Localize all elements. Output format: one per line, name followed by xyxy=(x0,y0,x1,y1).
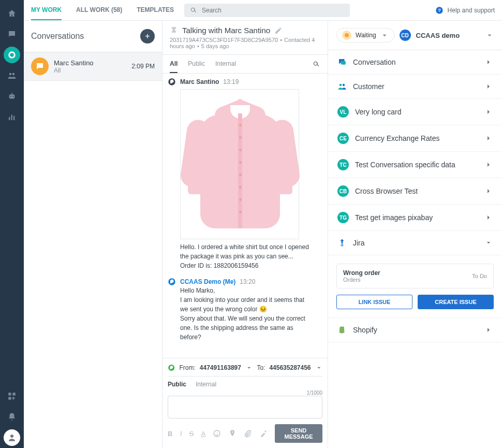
hourglass-icon xyxy=(170,26,178,35)
status-label: Waiting xyxy=(356,32,376,39)
chevron-right-icon xyxy=(484,187,493,195)
chevron-down-icon xyxy=(484,239,493,247)
help-icon[interactable]: ? xyxy=(435,6,444,15)
thread-search-icon[interactable] xyxy=(312,60,320,68)
help-link[interactable]: Help and support xyxy=(448,7,495,14)
to-number[interactable]: 445635287456 xyxy=(269,364,311,371)
chevron-right-icon xyxy=(484,326,493,334)
card-pixabay[interactable]: TG Test get images pixabay xyxy=(328,205,502,231)
agent-badge: CD xyxy=(400,30,411,41)
card-very-long[interactable]: VL Very long card xyxy=(328,99,502,125)
rail-home[interactable] xyxy=(4,5,20,22)
card-conversation[interactable]: Conversation xyxy=(328,50,502,75)
rail-apps[interactable] xyxy=(4,388,20,404)
card-shopify[interactable]: Shopify xyxy=(328,318,502,342)
emoji-button[interactable] xyxy=(213,429,221,438)
font-button[interactable]: A xyxy=(201,430,205,438)
italic-button[interactable]: I xyxy=(180,429,182,438)
whatsapp-icon xyxy=(168,78,176,86)
card-customer[interactable]: Customer xyxy=(328,75,502,99)
svg-point-1 xyxy=(12,73,15,76)
svg-point-4 xyxy=(12,96,13,97)
svg-point-21 xyxy=(339,84,342,86)
msg2-name: CCAAS Demo (Me) xyxy=(180,278,235,285)
filter-internal[interactable]: Internal xyxy=(215,55,236,73)
rail-notifications[interactable] xyxy=(4,409,20,425)
chevron-right-icon xyxy=(484,161,493,169)
chevron-right-icon xyxy=(484,134,493,142)
chat-title: Talking with Marc Santino xyxy=(182,26,270,35)
chevron-down-icon[interactable] xyxy=(485,31,494,39)
card-cross-browser[interactable]: CB Cross Browser Test xyxy=(328,178,502,205)
svg-point-12 xyxy=(10,435,13,438)
svg-rect-6 xyxy=(9,117,10,120)
from-chevron[interactable] xyxy=(245,364,253,372)
send-button[interactable]: SEND MESSAGE xyxy=(275,424,322,443)
rail-conversations[interactable] xyxy=(4,47,20,63)
search-box[interactable] xyxy=(184,4,350,17)
shopify-icon xyxy=(337,325,347,335)
conversation-icon xyxy=(337,57,347,67)
from-number[interactable]: 447491163897 xyxy=(200,364,241,371)
conversations-title: Conversations xyxy=(31,32,84,41)
jira-issue-card[interactable]: Wrong order Orders To Do xyxy=(336,264,494,288)
rail-bot[interactable] xyxy=(4,88,20,105)
edit-icon[interactable] xyxy=(274,26,283,35)
rail-analytics[interactable] xyxy=(4,109,20,125)
conversation-row[interactable]: Marc Santino All 2:09 PM xyxy=(24,52,162,81)
tab-my-work[interactable]: MY WORK xyxy=(31,0,62,20)
to-chevron[interactable] xyxy=(315,364,322,372)
jira-title: Wrong order xyxy=(343,269,380,277)
agent-name[interactable]: CCAAS demo xyxy=(416,32,460,39)
attachment-image[interactable] xyxy=(180,89,299,239)
chevron-right-icon xyxy=(484,58,493,66)
location-button[interactable] xyxy=(228,429,237,438)
card-currency[interactable]: CE Currency Exchange Rates xyxy=(328,125,502,152)
chat-age: 5 days ago xyxy=(201,43,229,49)
rail-people[interactable] xyxy=(4,67,20,84)
message-textarea[interactable] xyxy=(168,396,322,418)
chat-id: 2031719A473C5C3FD1F7F3D8C29A9570 xyxy=(170,37,278,43)
composer-tab-public[interactable]: Public xyxy=(168,381,186,388)
card-jira[interactable]: Jira xyxy=(328,231,502,255)
msg1-text: Hello. I ordered a white shirt but once … xyxy=(180,242,309,270)
filter-all[interactable]: All xyxy=(170,55,178,73)
rail-profile[interactable] xyxy=(4,429,20,446)
topbar: MY WORK ALL WORK (58) TEMPLATES ? Help a… xyxy=(24,0,502,21)
svg-point-0 xyxy=(9,73,12,76)
jira-category: Orders xyxy=(343,277,380,283)
jira-status: To Do xyxy=(472,273,487,279)
strike-button[interactable]: S xyxy=(189,430,194,438)
conv-name: Marc Santino xyxy=(54,59,126,67)
svg-rect-8 xyxy=(13,116,14,120)
rail-chat[interactable] xyxy=(4,26,20,42)
composer-tab-internal[interactable]: Internal xyxy=(196,381,216,388)
card-test-conv[interactable]: TC Test Conversation specific data xyxy=(328,152,502,178)
status-dot xyxy=(342,31,351,40)
create-issue-button[interactable]: CREATE ISSUE xyxy=(418,295,494,309)
conv-sub: All xyxy=(54,67,126,74)
search-input[interactable] xyxy=(202,7,345,14)
svg-rect-11 xyxy=(8,397,11,400)
msg2-text: Hello Marko, I am looking into your orde… xyxy=(180,286,309,342)
badge-cb: CB xyxy=(337,185,349,197)
status-selector[interactable]: Waiting xyxy=(336,28,394,42)
jira-body: Wrong order Orders To Do LINK ISSUE CREA… xyxy=(328,255,502,318)
search-icon xyxy=(189,6,198,15)
svg-point-3 xyxy=(10,96,11,97)
tab-templates[interactable]: TEMPLATES xyxy=(137,0,174,20)
badge-vl: VL xyxy=(337,106,349,118)
magic-button[interactable] xyxy=(259,429,268,438)
svg-point-20 xyxy=(217,432,218,433)
filter-public[interactable]: Public xyxy=(188,55,205,73)
msg1-time: 13:19 xyxy=(223,78,239,85)
jira-icon xyxy=(337,238,347,248)
tab-all-work[interactable]: ALL WORK (58) xyxy=(76,0,122,20)
badge-ce: CE xyxy=(337,133,349,144)
link-issue-button[interactable]: LINK ISSUE xyxy=(336,295,412,309)
whatsapp-icon xyxy=(168,278,176,286)
badge-tg: TG xyxy=(337,212,349,223)
attach-button[interactable] xyxy=(244,429,252,438)
bold-button[interactable]: B xyxy=(168,430,172,438)
add-conversation-button[interactable]: + xyxy=(140,29,155,44)
